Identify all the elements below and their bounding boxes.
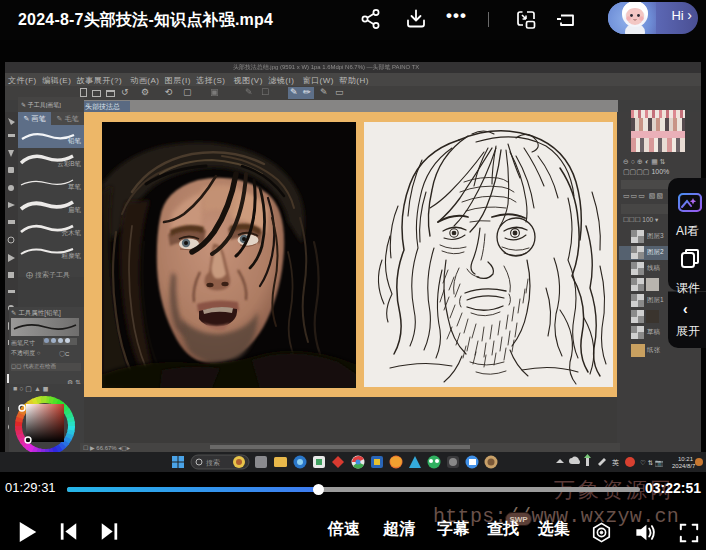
svg-text:♡ ⇅ 📷: ♡ ⇅ 📷 — [640, 458, 664, 467]
svg-text:2024/8/7: 2024/8/7 — [672, 463, 696, 469]
svg-text:10:21: 10:21 — [678, 456, 694, 462]
svg-text:搜索: 搜索 — [206, 459, 220, 467]
svg-text:英: 英 — [612, 459, 619, 467]
